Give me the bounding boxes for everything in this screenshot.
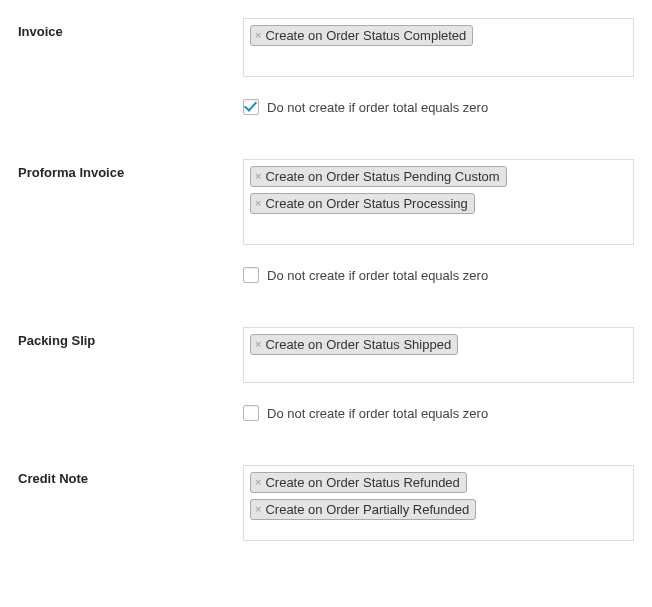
credit-label: Credit Note — [18, 465, 243, 486]
proforma-zero-checkbox[interactable] — [243, 267, 259, 283]
proforma-tag-1[interactable]: × Create on Order Status Processing — [250, 193, 475, 214]
invoice-tag-0[interactable]: × Create on Order Status Completed — [250, 25, 473, 46]
tag-label: Create on Order Status Shipped — [265, 337, 451, 352]
close-icon[interactable]: × — [255, 477, 261, 488]
tag-label: Create on Order Partially Refunded — [265, 502, 469, 517]
invoice-zero-label[interactable]: Do not create if order total equals zero — [267, 100, 488, 115]
invoice-label: Invoice — [18, 18, 243, 39]
close-icon[interactable]: × — [255, 339, 261, 350]
proforma-label: Proforma Invoice — [18, 159, 243, 180]
tag-label: Create on Order Status Processing — [265, 196, 467, 211]
proforma-tag-input[interactable]: × Create on Order Status Pending Custom … — [243, 159, 634, 245]
close-icon[interactable]: × — [255, 30, 261, 41]
invoice-tag-input[interactable]: × Create on Order Status Completed — [243, 18, 634, 77]
close-icon[interactable]: × — [255, 198, 261, 209]
credit-tag-input[interactable]: × Create on Order Status Refunded × Crea… — [243, 465, 634, 541]
packing-zero-checkbox[interactable] — [243, 405, 259, 421]
tag-label: Create on Order Status Pending Custom — [265, 169, 499, 184]
close-icon[interactable]: × — [255, 171, 261, 182]
packing-tag-input[interactable]: × Create on Order Status Shipped — [243, 327, 634, 383]
close-icon[interactable]: × — [255, 504, 261, 515]
tag-label: Create on Order Status Completed — [265, 28, 466, 43]
credit-tag-1[interactable]: × Create on Order Partially Refunded — [250, 499, 476, 520]
invoice-zero-checkbox[interactable] — [243, 99, 259, 115]
packing-label: Packing Slip — [18, 327, 243, 348]
packing-tag-0[interactable]: × Create on Order Status Shipped — [250, 334, 458, 355]
proforma-zero-label[interactable]: Do not create if order total equals zero — [267, 268, 488, 283]
tag-label: Create on Order Status Refunded — [265, 475, 459, 490]
credit-tag-0[interactable]: × Create on Order Status Refunded — [250, 472, 467, 493]
proforma-tag-0[interactable]: × Create on Order Status Pending Custom — [250, 166, 507, 187]
packing-zero-label[interactable]: Do not create if order total equals zero — [267, 406, 488, 421]
